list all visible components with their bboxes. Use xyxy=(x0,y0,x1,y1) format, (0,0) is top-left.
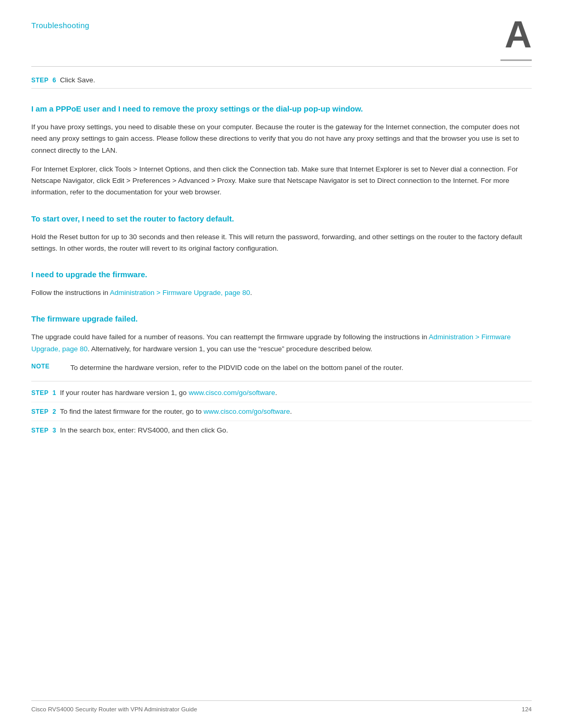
note-text: To determine the hardware version, refer… xyxy=(70,362,532,374)
section-label: Troubleshooting xyxy=(31,21,90,30)
section3-link[interactable]: Administration > Firmware Upgrade, page … xyxy=(110,289,250,297)
step-row-2: STEP 2 To find the latest firmware for t… xyxy=(31,402,532,421)
step3-label: STEP 3 xyxy=(31,427,60,434)
section3-para: Follow the instructions in Administratio… xyxy=(31,287,532,299)
step2-suffix: . xyxy=(290,408,292,415)
step2-prefix: To find the latest firmware for the rout… xyxy=(60,408,203,415)
section4-para-mid: . Alternatively, for hardware version 1,… xyxy=(88,345,372,353)
main-content: STEP 6 Click Save. I am a PPPoE user and… xyxy=(0,67,563,439)
step1-prefix: If your router has hardware version 1, g… xyxy=(60,389,189,397)
section1-heading: I am a PPPoE user and I need to remove t… xyxy=(31,103,532,114)
step1-text: If your router has hardware version 1, g… xyxy=(60,389,532,397)
section3-para-suffix: . xyxy=(250,289,252,297)
appendix-letter: A xyxy=(505,16,532,53)
step-number-text: 6 xyxy=(53,77,56,84)
footer-right: 124 xyxy=(522,706,532,712)
section1-para2: For Internet Explorer, click Tools > Int… xyxy=(31,164,532,199)
note-label: NOTE xyxy=(31,362,70,370)
step1-link[interactable]: www.cisco.com/go/software xyxy=(189,389,275,397)
step2-text: To find the latest firmware for the rout… xyxy=(60,408,532,415)
step1-suffix: . xyxy=(275,389,277,397)
step-label-text: STEP xyxy=(31,77,48,84)
steps-section: STEP 1 If your router has hardware versi… xyxy=(31,384,532,439)
step2-link[interactable]: www.cisco.com/go/software xyxy=(203,408,290,415)
section3-heading: I need to upgrade the firmware. xyxy=(31,269,532,280)
note-block: NOTE To determine the hardware version, … xyxy=(31,362,532,374)
step-row-3: STEP 3 In the search box, enter: RVS4000… xyxy=(31,421,532,439)
step2-label: STEP 2 xyxy=(31,408,60,415)
step3-text: In the search box, enter: RVS4000, and t… xyxy=(60,426,532,434)
footer: Cisco RVS4000 Security Router with VPN A… xyxy=(31,700,532,712)
step-6-label: STEP 6 xyxy=(31,77,60,84)
steps-divider xyxy=(31,381,532,381)
header: Troubleshooting A xyxy=(0,0,563,61)
section3-para-prefix: Follow the instructions in xyxy=(31,289,110,297)
step1-label: STEP 1 xyxy=(31,389,60,397)
page-container: Troubleshooting A STEP 6 Click Save. I a… xyxy=(0,0,563,728)
appendix-letter-container: A xyxy=(500,21,532,61)
section4-para-prefix: The upgrade could have failed for a numb… xyxy=(31,333,429,341)
section2-para1: Hold the Reset button for up to 30 secon… xyxy=(31,231,532,255)
step-6-text: Click Save. xyxy=(60,76,532,84)
footer-left: Cisco RVS4000 Security Router with VPN A… xyxy=(31,706,197,712)
section4-heading: The firmware upgrade failed. xyxy=(31,313,532,324)
section1-para1: If you have proxy settings, you need to … xyxy=(31,121,532,156)
step-row-1: STEP 1 If your router has hardware versi… xyxy=(31,384,532,402)
step-6-row: STEP 6 Click Save. xyxy=(31,67,532,89)
letter-underline xyxy=(500,59,532,61)
section4-para: The upgrade could have failed for a numb… xyxy=(31,331,532,355)
section2-heading: To start over, I need to set the router … xyxy=(31,213,532,224)
